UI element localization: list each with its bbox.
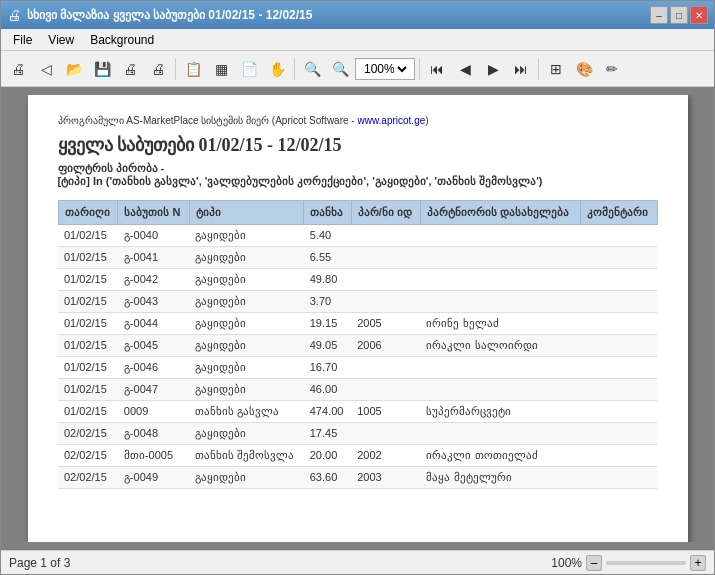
col-amount: თანხა <box>304 201 351 225</box>
table-row: 01/02/150009თანხის გასვლა474.001005სუპერ… <box>58 401 657 423</box>
minimize-button[interactable]: – <box>650 6 668 24</box>
table-cell <box>581 291 657 313</box>
table-cell: გაყიდები <box>189 313 304 335</box>
table-cell: გაყიდები <box>189 247 304 269</box>
table-cell: 01/02/15 <box>58 379 118 401</box>
page-container[interactable]: პროგრამული AS-MarketPlace სისტემის მიერ … <box>9 95 706 542</box>
filter-info: ფილტრის პირობა - [ტიპი] In ('თანხის გასვ… <box>58 162 658 188</box>
table-cell: 01/02/15 <box>58 313 118 335</box>
table-cell <box>351 379 420 401</box>
table-cell <box>351 423 420 445</box>
title-bar: 🖨 სხივი მალაზია ყველა საბუთები 01/02/15 … <box>1 1 714 29</box>
save-button[interactable]: 💾 <box>89 56 115 82</box>
layout-button[interactable]: ⊞ <box>543 56 569 82</box>
zoom-plus-button[interactable]: + <box>690 555 706 571</box>
table-cell: 1005 <box>351 401 420 423</box>
table-cell: გაყიდები <box>189 291 304 313</box>
table-row: 01/02/15გ-0042გაყიდები49.80 <box>58 269 657 291</box>
color-button[interactable]: 🎨 <box>571 56 597 82</box>
table-cell <box>420 291 580 313</box>
open-button[interactable]: 📂 <box>61 56 87 82</box>
zoom-percent: 100% <box>551 556 582 570</box>
menu-background[interactable]: Background <box>82 31 162 49</box>
table-cell: 49.80 <box>304 269 351 291</box>
menu-view[interactable]: View <box>40 31 82 49</box>
table-cell <box>581 269 657 291</box>
table-cell <box>420 269 580 291</box>
col-date: თარიღი <box>58 201 118 225</box>
table-cell <box>581 335 657 357</box>
print-button[interactable]: 🖨 <box>5 56 31 82</box>
table-cell: 0009 <box>118 401 189 423</box>
copy-button[interactable]: 📋 <box>180 56 206 82</box>
nav-first-button[interactable]: ⏮ <box>424 56 450 82</box>
zoom-slider[interactable] <box>606 561 686 565</box>
document-page: პროგრამული AS-MarketPlace სისტემის მიერ … <box>28 95 688 542</box>
content-area: პროგრამული AS-MarketPlace სისტემის მიერ … <box>1 87 714 550</box>
table-cell: 02/02/15 <box>58 445 118 467</box>
table-cell <box>420 357 580 379</box>
window-title: სხივი მალაზია ყველა საბუთები 01/02/15 - … <box>27 8 312 22</box>
table-cell: 2005 <box>351 313 420 335</box>
table-row: 01/02/15გ-0043გაყიდები3.70 <box>58 291 657 313</box>
hand-button[interactable]: ✋ <box>264 56 290 82</box>
filter-value: [ტიპი] In ('თანხის გასვლა', 'ვალდებულები… <box>58 175 543 187</box>
table-row: 02/02/15გ-0049გაყიდები63.602003მაყა მეტე… <box>58 467 657 489</box>
zoom-minus-button[interactable]: – <box>586 555 602 571</box>
table-cell: ირინე ხელაძ <box>420 313 580 335</box>
table-cell <box>581 313 657 335</box>
zoom-out-button[interactable]: 🔍 <box>299 56 325 82</box>
table-cell: გ-0040 <box>118 225 189 247</box>
table-cell: თანხის გასვლა <box>189 401 304 423</box>
table-cell <box>581 247 657 269</box>
table-row: 01/02/15გ-0044გაყიდები19.152005ირინე ხელ… <box>58 313 657 335</box>
zoom-controls: 100% – + <box>551 555 706 571</box>
edit-button[interactable]: ✏ <box>599 56 625 82</box>
zoom-select[interactable]: 100% 50% 75% 125% 150% 200% <box>360 61 410 77</box>
separator-4 <box>538 58 539 80</box>
table-row: 01/02/15გ-0041გაყიდები6.55 <box>58 247 657 269</box>
printer-button[interactable]: 🖨 <box>117 56 143 82</box>
table-cell: 6.55 <box>304 247 351 269</box>
nav-last-button[interactable]: ⏭ <box>508 56 534 82</box>
table-cell: 2002 <box>351 445 420 467</box>
close-button[interactable]: ✕ <box>690 6 708 24</box>
table-cell <box>420 423 580 445</box>
table-cell: 16.70 <box>304 357 351 379</box>
header-link: www.apricot.ge <box>357 115 425 126</box>
window-controls: – □ ✕ <box>650 6 708 24</box>
table-cell: გ-0049 <box>118 467 189 489</box>
doc-header: პროგრამული AS-MarketPlace სისტემის მიერ … <box>58 115 658 126</box>
table-cell: თანხის შემოსვლა <box>189 445 304 467</box>
table-cell: გ-0043 <box>118 291 189 313</box>
table-cell: გ-0048 <box>118 423 189 445</box>
table-cell: გაყიდები <box>189 379 304 401</box>
zoom-box[interactable]: 100% 50% 75% 125% 150% 200% <box>355 58 415 80</box>
export-button[interactable]: 📄 <box>236 56 262 82</box>
menu-file[interactable]: File <box>5 31 40 49</box>
nav-prev-button[interactable]: ◀ <box>452 56 478 82</box>
filter-label: ფილტრის პირობა - <box>58 162 165 174</box>
view-button[interactable]: ▦ <box>208 56 234 82</box>
col-partner-name: პარტნიორის დასახელება <box>420 201 580 225</box>
table-row: 01/02/15გ-0040გაყიდები5.40 <box>58 225 657 247</box>
table-cell: 02/02/15 <box>58 423 118 445</box>
table-cell: 01/02/15 <box>58 357 118 379</box>
nav-next-button[interactable]: ▶ <box>480 56 506 82</box>
table-cell <box>581 401 657 423</box>
back-button[interactable]: ◁ <box>33 56 59 82</box>
table-cell: 01/02/15 <box>58 225 118 247</box>
zoom-in-button[interactable]: 🔍 <box>327 56 353 82</box>
table-cell: გაყიდები <box>189 225 304 247</box>
table-cell: გაყიდები <box>189 269 304 291</box>
table-cell: გაყიდები <box>189 335 304 357</box>
maximize-button[interactable]: □ <box>670 6 688 24</box>
table-cell: გ-0044 <box>118 313 189 335</box>
table-row: 01/02/15გ-0045გაყიდები49.052006ირაკლი სა… <box>58 335 657 357</box>
table-cell: გაყიდები <box>189 357 304 379</box>
print2-button[interactable]: 🖨 <box>145 56 171 82</box>
table-cell: 01/02/15 <box>58 269 118 291</box>
table-cell: გაყიდები <box>189 423 304 445</box>
menu-bar: File View Background <box>1 29 714 51</box>
table-cell: 474.00 <box>304 401 351 423</box>
